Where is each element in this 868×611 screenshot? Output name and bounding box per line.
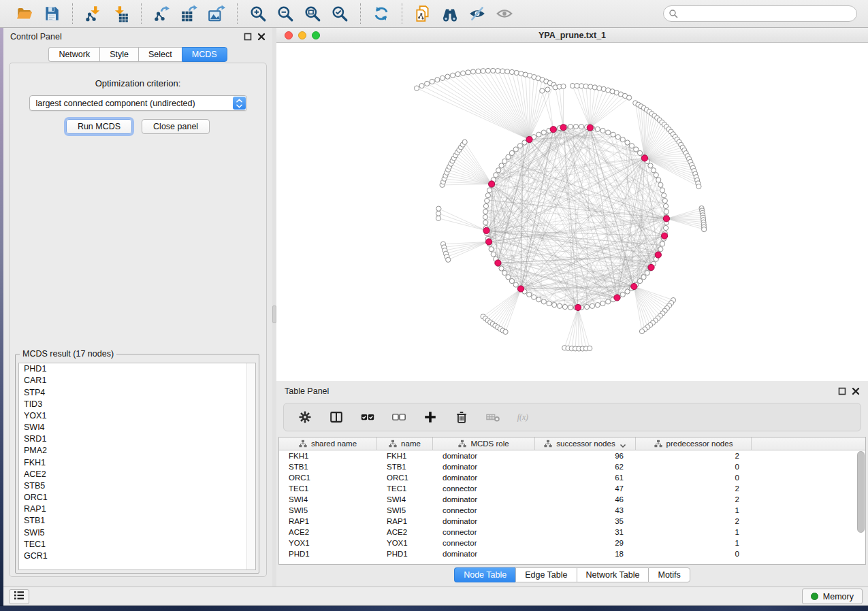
cell-shared-name[interactable]: FKH1 [279, 452, 377, 460]
close-panel-button[interactable]: Close panel [142, 119, 210, 134]
cell-successor-nodes[interactable]: 46 [535, 495, 636, 503]
cell-name[interactable]: STB1 [377, 463, 433, 471]
cell-successor-nodes[interactable]: 35 [535, 517, 636, 525]
zoom-in-icon[interactable] [247, 3, 269, 24]
table-row[interactable]: STB1STB1dominator620 [279, 461, 865, 472]
deselect-all-icon[interactable] [390, 408, 408, 426]
mcds-result-item[interactable]: YOX1 [19, 410, 255, 422]
tab-mcds[interactable]: MCDS [182, 47, 227, 62]
table-row[interactable]: YOX1YOX1connector291 [279, 538, 865, 548]
network-window-titlebar[interactable]: YPA_prune.txt_1 [276, 28, 868, 43]
cell-name[interactable]: SWI4 [377, 495, 433, 503]
cell-shared-name[interactable]: YOX1 [279, 539, 377, 547]
mcds-result-item[interactable]: GCR1 [19, 550, 255, 562]
tab-motifs[interactable]: Motifs [648, 567, 690, 582]
search-network-icon[interactable] [439, 3, 461, 24]
table-row[interactable]: FKH1FKH1dominator962 [279, 450, 865, 461]
cell-predecessor-nodes[interactable]: 0 [636, 474, 752, 482]
cell-shared-name[interactable]: SWI5 [279, 506, 377, 514]
cell-name[interactable]: YOX1 [377, 539, 433, 547]
mcds-result-item[interactable]: SRD1 [19, 433, 255, 445]
run-mcds-button[interactable]: Run MCDS [66, 119, 132, 134]
tab-edge-table[interactable]: Edge Table [515, 567, 576, 582]
table-scrollbar-thumb[interactable] [857, 451, 865, 533]
cell-predecessor-nodes[interactable]: 2 [636, 484, 752, 493]
cell-MCDS-role[interactable]: dominator [433, 452, 535, 460]
table-row[interactable]: ORC1ORC1dominator610 [279, 472, 865, 483]
tab-node-table[interactable]: Node Table [454, 567, 515, 582]
mcds-result-item[interactable]: ORC1 [19, 492, 255, 503]
table-row[interactable]: SWI5SWI5connector431 [279, 505, 865, 516]
columns-icon[interactable] [327, 408, 345, 426]
network-canvas[interactable] [276, 43, 868, 381]
table-row[interactable]: TEC1TEC1connector472 [279, 483, 865, 494]
cell-successor-nodes[interactable]: 18 [535, 550, 636, 558]
mcds-result-item[interactable]: RAP1 [19, 503, 255, 515]
save-icon[interactable] [41, 3, 63, 24]
mcds-result-item[interactable]: ACE2 [19, 469, 255, 480]
table-row[interactable]: PHD1PHD1dominator180 [279, 548, 865, 559]
cell-successor-nodes[interactable]: 61 [535, 474, 636, 482]
cell-successor-nodes[interactable]: 47 [535, 484, 636, 493]
column-header-MCDS-role[interactable]: MCDS role [433, 437, 535, 450]
show-all-icon[interactable] [494, 3, 515, 24]
mcds-result-item[interactable]: PHD1 [19, 363, 255, 375]
cell-successor-nodes[interactable]: 62 [535, 463, 636, 471]
cell-shared-name[interactable]: STB1 [279, 463, 377, 471]
column-header-successor-nodes[interactable]: successor nodes [535, 437, 636, 450]
cell-shared-name[interactable]: PHD1 [279, 550, 377, 558]
mcds-result-item[interactable]: PMA2 [19, 445, 255, 457]
cell-MCDS-role[interactable]: dominator [433, 474, 535, 482]
mcds-result-item[interactable]: TEC1 [19, 539, 255, 550]
mcds-result-item[interactable]: TID3 [19, 399, 255, 410]
close-table-panel-icon[interactable] [852, 387, 860, 395]
mcds-list-scrollbar[interactable] [246, 363, 255, 569]
cell-predecessor-nodes[interactable]: 1 [636, 528, 752, 536]
cell-MCDS-role[interactable]: connector [433, 539, 535, 547]
export-image-icon[interactable] [206, 3, 227, 24]
tab-network-table[interactable]: Network Table [577, 567, 649, 582]
cell-shared-name[interactable]: ORC1 [279, 474, 377, 482]
memory-button[interactable]: Memory [802, 589, 863, 604]
cell-successor-nodes[interactable]: 96 [535, 452, 636, 460]
task-history-button[interactable] [9, 589, 29, 604]
cell-predecessor-nodes[interactable]: 0 [636, 463, 752, 471]
search-input[interactable] [663, 5, 857, 22]
open-folder-icon[interactable] [14, 3, 35, 24]
cell-predecessor-nodes[interactable]: 1 [636, 506, 752, 514]
table-row[interactable]: SWI4SWI4dominator462 [279, 494, 865, 505]
tab-network[interactable]: Network [48, 47, 99, 62]
table-row[interactable]: ACE2ACE2connector311 [279, 527, 865, 538]
cell-MCDS-role[interactable]: connector [433, 506, 535, 514]
zoom-fit-icon[interactable] [302, 3, 323, 24]
gear-icon[interactable] [296, 408, 314, 426]
network-graph[interactable] [276, 43, 868, 381]
table-row[interactable]: RAP1RAP1dominator352 [279, 516, 865, 527]
cell-MCDS-role[interactable]: dominator [433, 517, 535, 525]
import-network-icon[interactable] [82, 3, 104, 24]
cell-predecessor-nodes[interactable]: 1 [636, 539, 752, 547]
zoom-out-icon[interactable] [274, 3, 296, 24]
mcds-result-item[interactable]: STB1 [19, 515, 255, 527]
cell-name[interactable]: FKH1 [377, 452, 433, 460]
zoom-selected-icon[interactable] [329, 3, 351, 24]
mcds-result-item[interactable]: FKH1 [19, 457, 255, 468]
tab-select[interactable]: Select [138, 47, 182, 62]
cell-successor-nodes[interactable]: 31 [535, 528, 636, 536]
delete-row-icon[interactable] [453, 408, 470, 426]
cell-MCDS-role[interactable]: dominator [433, 550, 535, 558]
cell-successor-nodes[interactable]: 29 [535, 539, 636, 547]
column-header-name[interactable]: name [377, 437, 433, 450]
cell-MCDS-role[interactable]: connector [433, 484, 535, 493]
import-table-icon[interactable] [110, 3, 131, 24]
cell-name[interactable]: ACE2 [377, 528, 433, 536]
mcds-result-item[interactable]: STB5 [19, 480, 255, 492]
cell-predecessor-nodes[interactable]: 2 [636, 495, 752, 503]
cell-MCDS-role[interactable]: connector [433, 528, 535, 536]
cell-predecessor-nodes[interactable]: 2 [636, 517, 752, 525]
mcds-result-item[interactable]: CAR1 [19, 375, 255, 386]
float-table-panel-icon[interactable] [838, 387, 846, 395]
cell-shared-name[interactable]: ACE2 [279, 528, 377, 536]
cell-shared-name[interactable]: SWI4 [279, 495, 377, 503]
cell-name[interactable]: RAP1 [377, 517, 433, 525]
